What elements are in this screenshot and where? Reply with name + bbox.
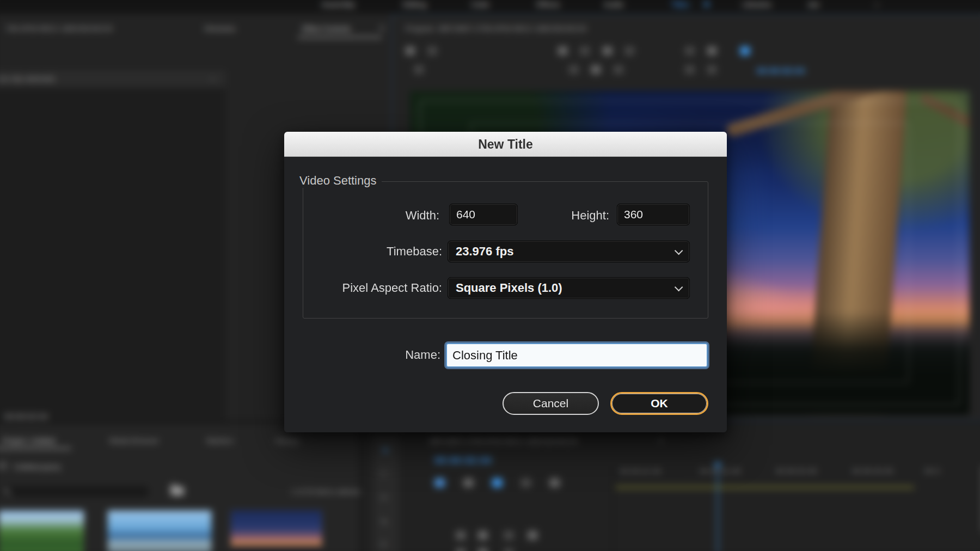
search-icon bbox=[3, 488, 9, 494]
monitor-icon[interactable] bbox=[625, 47, 634, 55]
monitor-icon[interactable] bbox=[614, 65, 623, 74]
timeline-timecode: 00:00:02:04 bbox=[435, 455, 492, 466]
selection-status: 1 of 20 items selected bbox=[291, 487, 364, 495]
project-thumbnail[interactable] bbox=[230, 510, 323, 551]
metadata-tab[interactable]: Metadata bbox=[204, 25, 235, 33]
markers-tab[interactable]: Markers bbox=[206, 436, 233, 444]
workspace-tab-color[interactable]: Color bbox=[471, 0, 489, 9]
type-tool-icon[interactable]: T bbox=[381, 541, 386, 549]
linked-selection-icon[interactable] bbox=[463, 479, 473, 487]
razor-tool-icon[interactable]: ✂ bbox=[381, 493, 388, 502]
project-name: Untitled.prproj bbox=[14, 463, 60, 471]
track-mute-icon[interactable] bbox=[456, 548, 465, 551]
workspace-tab-assembly[interactable]: Assembly bbox=[321, 0, 355, 9]
monitor-icon-row-4 bbox=[414, 65, 434, 76]
new-bin-icon[interactable] bbox=[170, 487, 183, 495]
monitor-icon[interactable] bbox=[558, 47, 567, 55]
workspace-tab-audio[interactable]: Audio bbox=[604, 0, 623, 9]
height-label: Height: bbox=[518, 205, 609, 226]
history-tab[interactable]: History bbox=[275, 436, 299, 444]
monitor-icon-row-6 bbox=[685, 65, 727, 76]
dialog-title: New Title bbox=[284, 137, 727, 152]
monitor-icon[interactable] bbox=[685, 65, 694, 74]
program-monitor-title: Program: 3BF23607-2708-4F83-95CC-1BDCB24… bbox=[406, 25, 586, 33]
workspace-tab-effects[interactable]: Effects bbox=[536, 0, 560, 9]
effect-controls-empty-area bbox=[0, 88, 225, 420]
project-tab[interactable]: Project: Untitled bbox=[3, 436, 56, 444]
close-icon[interactable]: × bbox=[659, 435, 664, 444]
track-select-tool-icon[interactable]: □ bbox=[381, 469, 386, 477]
track-solo-icon[interactable] bbox=[478, 548, 488, 551]
chevron-down-icon bbox=[675, 246, 683, 255]
ruler-label: 00:00:03:00 bbox=[776, 468, 817, 475]
project-thumbnail[interactable] bbox=[0, 510, 84, 551]
playhead-line[interactable] bbox=[717, 468, 718, 551]
timebase-value: 23.976 fps bbox=[456, 244, 513, 259]
track-rec-icon[interactable] bbox=[504, 548, 513, 551]
snap-icon[interactable] bbox=[435, 479, 445, 487]
pen-tool-icon[interactable]: ✎ bbox=[381, 518, 388, 526]
monitor-icon[interactable] bbox=[707, 47, 716, 55]
monitor-icon-row-1 bbox=[406, 47, 448, 57]
monitor-icon[interactable] bbox=[603, 47, 612, 55]
track-eye-icon[interactable] bbox=[528, 531, 537, 540]
name-input[interactable] bbox=[446, 343, 708, 368]
ruler-label: 00:0 bbox=[925, 468, 940, 475]
project-thumbnail[interactable] bbox=[107, 510, 212, 551]
track-header-divider[interactable] bbox=[612, 466, 613, 551]
pixel-aspect-ratio-select[interactable]: Square Pixels (1.0) bbox=[448, 277, 690, 299]
monitor-icon[interactable] bbox=[580, 47, 590, 55]
chevron-down-icon bbox=[675, 283, 683, 291]
workspace-tab-jan[interactable]: Jan bbox=[807, 0, 820, 9]
workspace-tab-editing[interactable]: Editing bbox=[403, 0, 426, 9]
workspace-tab-titles[interactable]: Titles bbox=[671, 0, 689, 9]
cancel-button[interactable]: Cancel bbox=[503, 392, 599, 415]
monitor-icon[interactable] bbox=[685, 47, 694, 55]
dialog-titlebar[interactable]: New Title bbox=[284, 132, 727, 157]
effect-controls-tab[interactable]: Effect Controls bbox=[302, 25, 351, 33]
workspace-overflow-icon[interactable]: » bbox=[874, 0, 879, 9]
monitor-icon-row-5 bbox=[569, 65, 634, 76]
monitor-icon-row-3 bbox=[685, 47, 727, 57]
width-label: Width: bbox=[350, 205, 439, 226]
monitor-icon[interactable] bbox=[591, 65, 601, 74]
effect-controls-timecode: 00:00:02:04 bbox=[4, 412, 48, 421]
chevron-right-icon[interactable]: › bbox=[211, 74, 213, 83]
ok-button[interactable]: OK bbox=[610, 392, 708, 415]
track-target-icon[interactable] bbox=[504, 531, 513, 540]
playhead-icon[interactable] bbox=[714, 463, 721, 468]
track-lock-icon[interactable] bbox=[456, 531, 465, 540]
active-tab-underline bbox=[0, 448, 71, 449]
project-search-input[interactable] bbox=[0, 485, 151, 499]
workspace-active-indicator-icon bbox=[703, 1, 710, 6]
program-timecode: 00:00:02:04 bbox=[757, 65, 805, 75]
sequence-tab[interactable]: 3BF23607-2708-4F83-95CC-1BDCB243C29 bbox=[429, 436, 577, 444]
media-browser-tab[interactable]: Media Browser bbox=[109, 436, 159, 444]
workspace-bar: Assembly Editing Color Effects Audio Tit… bbox=[0, 0, 980, 14]
track-sync-icon[interactable] bbox=[478, 531, 488, 540]
monitor-icon[interactable] bbox=[707, 65, 716, 74]
name-label: Name: bbox=[328, 344, 440, 366]
monitor-icon[interactable] bbox=[414, 65, 424, 74]
clip-header-bar: (no clip selected) › bbox=[0, 70, 225, 87]
panel-menu-icon[interactable]: ≡ bbox=[379, 23, 384, 33]
monitor-icon[interactable] bbox=[428, 47, 437, 55]
settings-icon[interactable] bbox=[521, 479, 531, 487]
monitor-icon-row-2 bbox=[558, 47, 645, 57]
source-tab[interactable]: 708-4F83-95CC-1BDCB243C29 bbox=[5, 25, 113, 33]
monitor-icon[interactable] bbox=[569, 65, 578, 74]
export-frame-icon[interactable] bbox=[740, 47, 750, 55]
width-input[interactable] bbox=[449, 204, 518, 225]
marker-icon[interactable] bbox=[492, 479, 502, 487]
pixel-aspect-ratio-label: Pixel Aspect Ratio: bbox=[306, 277, 442, 299]
timebase-select[interactable]: 23.976 fps bbox=[448, 241, 690, 262]
timebase-label: Timebase: bbox=[306, 241, 442, 262]
work-area-bar[interactable] bbox=[615, 487, 914, 488]
workspace-tab-libraries[interactable]: Libraries bbox=[742, 0, 772, 9]
ruler-label: 00:00:02:00 bbox=[700, 468, 740, 475]
nest-icon[interactable] bbox=[550, 479, 560, 487]
height-input[interactable] bbox=[617, 204, 690, 225]
monitor-icon[interactable] bbox=[406, 47, 415, 55]
project-file-icon bbox=[0, 462, 7, 469]
new-title-dialog: New Title Video Settings Width: Height: … bbox=[284, 132, 727, 432]
